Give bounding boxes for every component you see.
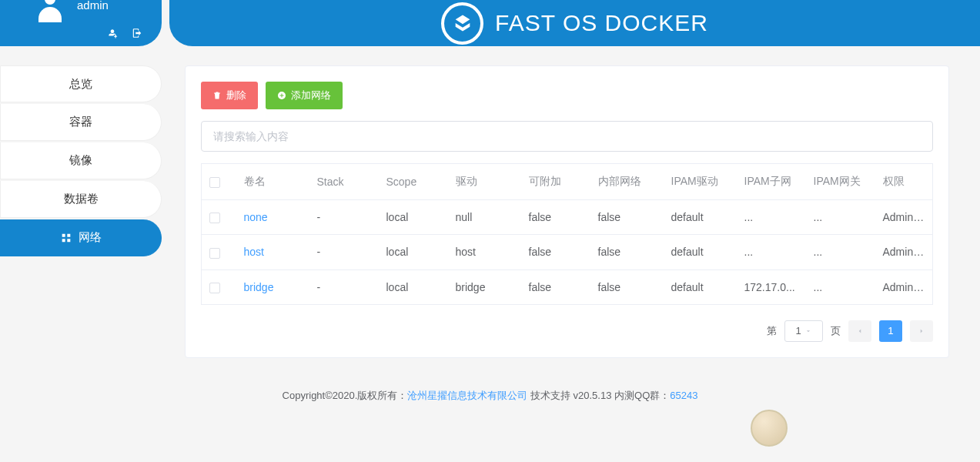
page-select[interactable]: 1	[784, 320, 823, 342]
company-link[interactable]: 沧州星擢信息技术有限公司	[407, 390, 527, 401]
network-name-link[interactable]: host	[244, 246, 264, 258]
col-internal: 内部网络	[590, 164, 664, 200]
footer: Copyright©2020.版权所有：沧州星擢信息技术有限公司 技术支持 v2…	[0, 389, 980, 403]
sidebar-item-containers[interactable]: 容器	[0, 104, 162, 141]
next-page-button[interactable]	[910, 320, 933, 342]
sidebar: 总览 容器 镜像 数据卷 网络	[0, 65, 162, 358]
col-ipam-gateway: IPAM网关	[806, 164, 875, 200]
col-scope: Scope	[379, 164, 448, 200]
select-all-checkbox[interactable]	[209, 177, 220, 188]
brand-title: FAST OS DOCKER	[495, 10, 708, 36]
page-1-button[interactable]: 1	[879, 320, 902, 342]
col-ipam-driver: IPAM驱动	[664, 164, 737, 200]
plus-circle-icon	[277, 91, 286, 100]
col-name: 卷名	[236, 164, 309, 200]
user-edit-icon[interactable]	[107, 28, 118, 38]
prev-page-button[interactable]	[848, 320, 871, 342]
col-ipam-subnet: IPAM子网	[737, 164, 806, 200]
qq-link[interactable]: 65243	[670, 390, 697, 401]
sidebar-item-volumes[interactable]: 数据卷	[0, 181, 162, 218]
table-row: host-localhostfalsefalsedefault......Adm…	[202, 235, 933, 270]
user-panel: admin	[0, 0, 162, 46]
brand-panel: FAST OS DOCKER	[169, 0, 980, 46]
col-permission: 权限	[875, 164, 933, 200]
col-stack: Stack	[309, 164, 379, 200]
add-network-button[interactable]: 添加网络	[266, 82, 343, 109]
table-row: bridge-localbridgefalsefalsedefault172.1…	[202, 270, 933, 304]
row-checkbox[interactable]	[209, 213, 220, 223]
page-prefix: 第	[767, 324, 777, 338]
sidebar-item-images[interactable]: 镜像	[0, 142, 162, 179]
col-driver: 驱动	[448, 164, 521, 200]
delete-button[interactable]: 删除	[201, 82, 258, 109]
pagination: 第 1 页 1	[201, 320, 933, 342]
avatar	[35, 0, 65, 25]
search-input[interactable]	[201, 121, 933, 152]
chevron-down-icon	[804, 327, 812, 335]
sidebar-item-networks[interactable]: 网络	[0, 219, 162, 256]
networks-table: 卷名 Stack Scope 驱动 可附加 内部网络 IPAM驱动 IPAM子网…	[201, 163, 933, 305]
network-name-link[interactable]: bridge	[244, 281, 274, 293]
table-row: none-localnullfalsefalsedefault......Adm…	[202, 200, 933, 235]
chevron-left-icon	[856, 327, 864, 335]
username: admin	[77, 0, 109, 12]
trash-icon	[212, 91, 222, 100]
network-name-link[interactable]: none	[244, 211, 268, 223]
page-suffix: 页	[831, 324, 841, 338]
brand-logo-icon	[441, 2, 483, 45]
main-content: 删除 添加网络 卷名 Stack Scope 驱动 可附加 内部网络 I	[185, 65, 949, 358]
row-checkbox[interactable]	[209, 248, 220, 259]
chevron-right-icon	[918, 327, 925, 335]
sidebar-item-overview[interactable]: 总览	[0, 65, 162, 102]
col-attachable: 可附加	[521, 164, 590, 200]
logout-icon[interactable]	[132, 28, 142, 38]
network-icon	[60, 232, 72, 244]
row-checkbox[interactable]	[209, 283, 220, 293]
